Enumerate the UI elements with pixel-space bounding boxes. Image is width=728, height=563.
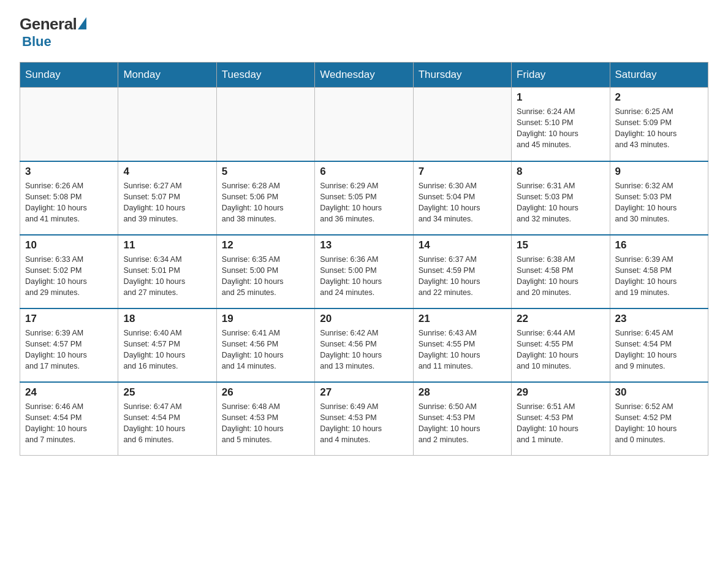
- day-number: 20: [320, 313, 408, 325]
- day-number: 26: [222, 386, 309, 399]
- day-number: 13: [320, 239, 408, 251]
- calendar-cell: [118, 88, 216, 161]
- day-number: 7: [419, 166, 506, 178]
- weekday-header-monday: Monday: [118, 63, 216, 88]
- calendar-cell: 28Sunrise: 6:50 AM Sunset: 4:53 PM Dayli…: [413, 382, 511, 456]
- calendar-cell: 29Sunrise: 6:51 AM Sunset: 4:53 PM Dayli…: [512, 382, 610, 456]
- calendar-cell: 20Sunrise: 6:42 AM Sunset: 4:56 PM Dayli…: [315, 308, 413, 382]
- week-row-1: 1Sunrise: 6:24 AM Sunset: 5:10 PM Daylig…: [20, 88, 708, 161]
- calendar-cell: [413, 88, 511, 161]
- day-info: Sunrise: 6:45 AM Sunset: 4:54 PM Dayligh…: [615, 327, 703, 372]
- day-info: Sunrise: 6:42 AM Sunset: 4:56 PM Dayligh…: [320, 327, 408, 372]
- calendar-table: SundayMondayTuesdayWednesdayThursdayFrid…: [20, 62, 708, 456]
- calendar-cell: 17Sunrise: 6:39 AM Sunset: 4:57 PM Dayli…: [20, 308, 118, 382]
- weekday-header-wednesday: Wednesday: [315, 63, 413, 88]
- calendar-cell: [20, 88, 118, 161]
- calendar-cell: 3Sunrise: 6:26 AM Sunset: 5:08 PM Daylig…: [20, 161, 118, 235]
- day-info: Sunrise: 6:49 AM Sunset: 4:53 PM Dayligh…: [320, 401, 408, 446]
- day-number: 1: [517, 91, 604, 104]
- day-number: 30: [615, 386, 703, 399]
- day-number: 16: [615, 239, 703, 251]
- calendar-cell: 27Sunrise: 6:49 AM Sunset: 4:53 PM Dayli…: [315, 382, 413, 456]
- logo-triangle-icon: [78, 17, 86, 29]
- calendar-cell: 14Sunrise: 6:37 AM Sunset: 4:59 PM Dayli…: [413, 235, 511, 308]
- weekday-header-thursday: Thursday: [413, 63, 511, 88]
- calendar-cell: [315, 88, 413, 161]
- weekday-header-saturday: Saturday: [610, 63, 708, 88]
- day-number: 22: [517, 313, 604, 325]
- day-number: 12: [222, 239, 309, 251]
- day-number: 9: [615, 166, 703, 178]
- logo-blue-text: Blue: [22, 34, 51, 50]
- calendar-cell: 24Sunrise: 6:46 AM Sunset: 4:54 PM Dayli…: [20, 382, 118, 456]
- calendar-cell: 7Sunrise: 6:30 AM Sunset: 5:04 PM Daylig…: [413, 161, 511, 235]
- day-info: Sunrise: 6:39 AM Sunset: 4:58 PM Dayligh…: [615, 254, 703, 299]
- day-info: Sunrise: 6:40 AM Sunset: 4:57 PM Dayligh…: [123, 327, 211, 372]
- day-info: Sunrise: 6:37 AM Sunset: 4:59 PM Dayligh…: [419, 254, 506, 299]
- day-number: 17: [25, 313, 113, 325]
- day-number: 11: [123, 239, 211, 251]
- day-number: 4: [123, 166, 211, 178]
- day-info: Sunrise: 6:46 AM Sunset: 4:54 PM Dayligh…: [25, 401, 113, 446]
- day-number: 15: [517, 239, 604, 251]
- weekday-header-friday: Friday: [512, 63, 610, 88]
- week-row-2: 3Sunrise: 6:26 AM Sunset: 5:08 PM Daylig…: [20, 161, 708, 235]
- calendar-cell: 5Sunrise: 6:28 AM Sunset: 5:06 PM Daylig…: [216, 161, 314, 235]
- day-info: Sunrise: 6:30 AM Sunset: 5:04 PM Dayligh…: [419, 180, 506, 225]
- day-number: 2: [615, 91, 703, 104]
- calendar-cell: 12Sunrise: 6:35 AM Sunset: 5:00 PM Dayli…: [216, 235, 314, 308]
- day-info: Sunrise: 6:39 AM Sunset: 4:57 PM Dayligh…: [25, 327, 113, 372]
- calendar-cell: 6Sunrise: 6:29 AM Sunset: 5:05 PM Daylig…: [315, 161, 413, 235]
- day-info: Sunrise: 6:28 AM Sunset: 5:06 PM Dayligh…: [222, 180, 309, 225]
- logo-general-text: General: [20, 15, 77, 34]
- day-info: Sunrise: 6:27 AM Sunset: 5:07 PM Dayligh…: [123, 180, 211, 225]
- day-number: 18: [123, 313, 211, 325]
- day-number: 14: [419, 239, 506, 251]
- day-number: 19: [222, 313, 309, 325]
- day-number: 25: [123, 386, 211, 399]
- week-row-5: 24Sunrise: 6:46 AM Sunset: 4:54 PM Dayli…: [20, 382, 708, 456]
- day-info: Sunrise: 6:38 AM Sunset: 4:58 PM Dayligh…: [517, 254, 604, 299]
- day-info: Sunrise: 6:36 AM Sunset: 5:00 PM Dayligh…: [320, 254, 408, 299]
- calendar-cell: 30Sunrise: 6:52 AM Sunset: 4:52 PM Dayli…: [610, 382, 708, 456]
- day-info: Sunrise: 6:25 AM Sunset: 5:09 PM Dayligh…: [615, 106, 703, 151]
- page-header: General Blue: [20, 15, 708, 50]
- day-number: 6: [320, 166, 408, 178]
- day-info: Sunrise: 6:52 AM Sunset: 4:52 PM Dayligh…: [615, 401, 703, 446]
- calendar-cell: 26Sunrise: 6:48 AM Sunset: 4:53 PM Dayli…: [216, 382, 314, 456]
- calendar-cell: 9Sunrise: 6:32 AM Sunset: 5:03 PM Daylig…: [610, 161, 708, 235]
- day-number: 28: [419, 386, 506, 399]
- day-info: Sunrise: 6:44 AM Sunset: 4:55 PM Dayligh…: [517, 327, 604, 372]
- day-info: Sunrise: 6:33 AM Sunset: 5:02 PM Dayligh…: [25, 254, 113, 299]
- day-info: Sunrise: 6:35 AM Sunset: 5:00 PM Dayligh…: [222, 254, 309, 299]
- calendar-cell: 19Sunrise: 6:41 AM Sunset: 4:56 PM Dayli…: [216, 308, 314, 382]
- calendar-cell: 1Sunrise: 6:24 AM Sunset: 5:10 PM Daylig…: [512, 88, 610, 161]
- calendar-cell: 4Sunrise: 6:27 AM Sunset: 5:07 PM Daylig…: [118, 161, 216, 235]
- day-number: 21: [419, 313, 506, 325]
- week-row-3: 10Sunrise: 6:33 AM Sunset: 5:02 PM Dayli…: [20, 235, 708, 308]
- calendar-cell: 22Sunrise: 6:44 AM Sunset: 4:55 PM Dayli…: [512, 308, 610, 382]
- day-number: 24: [25, 386, 113, 399]
- calendar-cell: 21Sunrise: 6:43 AM Sunset: 4:55 PM Dayli…: [413, 308, 511, 382]
- day-number: 5: [222, 166, 309, 178]
- day-info: Sunrise: 6:34 AM Sunset: 5:01 PM Dayligh…: [123, 254, 211, 299]
- calendar-cell: 15Sunrise: 6:38 AM Sunset: 4:58 PM Dayli…: [512, 235, 610, 308]
- day-number: 29: [517, 386, 604, 399]
- calendar-cell: 8Sunrise: 6:31 AM Sunset: 5:03 PM Daylig…: [512, 161, 610, 235]
- day-number: 3: [25, 166, 113, 178]
- day-number: 10: [25, 239, 113, 251]
- weekday-header-tuesday: Tuesday: [216, 63, 314, 88]
- day-number: 27: [320, 386, 408, 399]
- calendar-cell: 25Sunrise: 6:47 AM Sunset: 4:54 PM Dayli…: [118, 382, 216, 456]
- calendar-cell: [216, 88, 314, 161]
- week-row-4: 17Sunrise: 6:39 AM Sunset: 4:57 PM Dayli…: [20, 308, 708, 382]
- calendar-cell: 16Sunrise: 6:39 AM Sunset: 4:58 PM Dayli…: [610, 235, 708, 308]
- day-info: Sunrise: 6:41 AM Sunset: 4:56 PM Dayligh…: [222, 327, 309, 372]
- day-number: 23: [615, 313, 703, 325]
- day-info: Sunrise: 6:31 AM Sunset: 5:03 PM Dayligh…: [517, 180, 604, 225]
- day-info: Sunrise: 6:47 AM Sunset: 4:54 PM Dayligh…: [123, 401, 211, 446]
- weekday-header-row: SundayMondayTuesdayWednesdayThursdayFrid…: [20, 63, 708, 88]
- day-info: Sunrise: 6:26 AM Sunset: 5:08 PM Dayligh…: [25, 180, 113, 225]
- calendar-cell: 11Sunrise: 6:34 AM Sunset: 5:01 PM Dayli…: [118, 235, 216, 308]
- calendar-cell: 10Sunrise: 6:33 AM Sunset: 5:02 PM Dayli…: [20, 235, 118, 308]
